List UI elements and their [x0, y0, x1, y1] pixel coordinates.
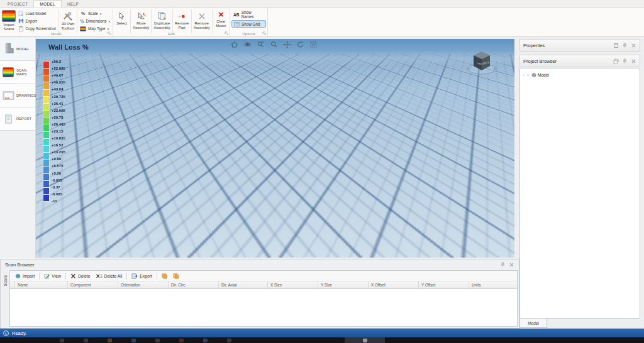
pin-icon[interactable] — [622, 58, 628, 64]
orbit-icon[interactable] — [243, 40, 252, 49]
column-dir-circ[interactable]: Dir. Circ. — [169, 281, 219, 288]
scans-side-tab[interactable]: Scans — [1, 270, 9, 328]
zoom-select-icon[interactable] — [256, 40, 265, 49]
sidebar-item-scan-maps[interactable]: SCAN MAPS — [0, 61, 35, 84]
delete-scan-button[interactable]: Delete — [68, 273, 93, 280]
copy-screenshot-icon — [18, 26, 24, 31]
sidebar-item-model[interactable]: MODEL — [0, 38, 35, 61]
close-icon[interactable] — [631, 43, 636, 48]
scan-table-header: Name Component Orientation Dir. Circ. Di… — [10, 281, 517, 289]
show-names-icon: AB — [233, 13, 240, 17]
export-icon — [18, 18, 24, 24]
show-names-button[interactable]: ABShow Names — [231, 11, 266, 18]
chevron-down-icon: ▾ — [108, 19, 110, 23]
show-grid-button[interactable]: Show Grid — [231, 20, 266, 28]
legend-tick-label: +6.575 — [52, 163, 65, 170]
remove-assembly-icon — [197, 12, 206, 21]
column-dir-axial[interactable]: Dir. Axial — [219, 281, 268, 288]
pan-icon[interactable] — [282, 40, 292, 49]
project-browser-panel-header[interactable]: Project Browser — [519, 55, 640, 67]
column-y-offset[interactable]: Y Offset — [419, 281, 469, 288]
part-toolbox-button[interactable]: 3D Part Toolbox — [60, 9, 76, 32]
taskbar-icon[interactable] — [60, 339, 64, 342]
scale-dropdown[interactable]: %Scale▾ — [79, 10, 111, 17]
zoom-icon[interactable] — [269, 40, 279, 49]
viewport-toolbar — [230, 40, 318, 49]
load-model-button[interactable]: Load Model — [17, 10, 57, 17]
import-scans-label: Import Scans — [1, 23, 17, 31]
taskbar-icon[interactable] — [227, 339, 231, 342]
os-taskbar — [0, 337, 644, 343]
remove-part-button[interactable]: Remove Part — [174, 9, 190, 32]
report-icon — [2, 111, 14, 126]
dialog-launcher-icon[interactable] — [225, 31, 229, 36]
clear-model-button[interactable]: × Clear Model — [214, 9, 228, 32]
column-name[interactable]: Name — [15, 281, 68, 288]
rotate-view-icon[interactable] — [296, 40, 305, 49]
column-units[interactable]: Units — [469, 281, 517, 288]
viewport-3d[interactable]: Wall Loss % +56.3+52.985+49.67+46.355+43… — [36, 39, 514, 258]
import-globe-icon — [15, 273, 21, 279]
legend-tick-label: +43.04 — [52, 86, 65, 93]
import-scan-button[interactable]: Import — [13, 273, 37, 280]
export-label: Export — [26, 19, 37, 23]
dimensions-icon: ¼ — [80, 19, 84, 23]
dimensions-dropdown[interactable]: ¼Dimensions▾ — [79, 18, 111, 24]
project-browser-tree: Model — [519, 68, 640, 318]
sidebar-item-drawings[interactable]: DRAWINGS — [0, 84, 35, 107]
scan-browser-body: Import View Delete Delete All Export Nam… — [9, 270, 518, 327]
zoom-fit-icon[interactable] — [309, 40, 318, 49]
chevron-down-icon: ▾ — [108, 27, 109, 31]
delete-all-button[interactable]: Delete All — [93, 273, 125, 280]
dialog-launcher-icon[interactable] — [262, 31, 267, 36]
float-window-icon[interactable] — [613, 43, 619, 48]
move-assembly-button[interactable]: Move Assembly — [132, 9, 150, 32]
pin-icon[interactable] — [622, 43, 628, 48]
taskbar-icon[interactable] — [108, 339, 112, 342]
separator — [191, 9, 192, 33]
scan-browser-toolbar: Import View Delete Delete All Export — [10, 271, 517, 281]
import-scans-button[interactable]: Import Scans — [1, 9, 17, 32]
dialog-launcher-icon[interactable] — [108, 31, 112, 36]
close-icon[interactable] — [509, 262, 514, 268]
tree-item-model[interactable]: Model — [520, 68, 640, 77]
column-x-size[interactable]: X Size — [268, 281, 318, 288]
remove-assembly-button[interactable]: Remove Assembly — [193, 9, 211, 32]
delete-x-icon — [70, 273, 76, 279]
windows-icon[interactable] — [613, 58, 619, 64]
legend-color-segment — [43, 195, 49, 201]
taskbar-icon[interactable] — [179, 339, 184, 342]
view-scan-button[interactable]: View — [42, 273, 64, 280]
export-scan-button[interactable]: Export — [129, 273, 155, 280]
project-browser-bottom-tab[interactable]: Model — [519, 319, 547, 328]
scan-browser-panel: Scan Browser Scans Import View Delete De… — [0, 259, 519, 329]
close-icon[interactable] — [631, 58, 636, 64]
map-type-dropdown[interactable]: Map Type▾ — [79, 25, 111, 32]
taskbar-active-app[interactable] — [345, 337, 385, 343]
legend-tick-label: +39.725 — [52, 93, 65, 100]
duplicate-assembly-button[interactable]: Duplicate Assembly — [153, 9, 170, 32]
column-x-offset[interactable]: X Offset — [369, 281, 419, 288]
sidebar-item-report[interactable]: REPORT — [0, 107, 35, 131]
navigation-cube[interactable]: RIGHT BACK — [465, 48, 498, 79]
column-component[interactable]: Component — [68, 281, 118, 288]
select-button[interactable]: Select — [114, 9, 129, 32]
tab-help[interactable]: HELP — [62, 0, 84, 8]
copy-scan-button[interactable] — [159, 273, 170, 280]
copy-screenshot-button[interactable]: Copy Screenshot — [17, 25, 57, 32]
properties-panel-header[interactable]: Properties — [519, 39, 640, 52]
tab-project[interactable]: PROJECT — [2, 0, 33, 8]
pin-icon[interactable] — [500, 262, 506, 268]
home-view-icon[interactable] — [230, 40, 239, 49]
export-button[interactable]: Export — [17, 18, 57, 24]
paste-scan-button[interactable] — [170, 273, 182, 280]
taskbar-icon[interactable] — [84, 339, 88, 342]
column-orientation[interactable]: Orientation — [118, 281, 169, 288]
taskbar-icon[interactable] — [155, 339, 160, 342]
scan-browser-header[interactable]: Scan Browser — [1, 259, 519, 270]
separator — [77, 9, 77, 33]
taskbar-icon[interactable] — [131, 339, 136, 342]
tab-model[interactable]: MODEL — [33, 0, 62, 8]
taskbar-icon[interactable] — [203, 339, 208, 342]
column-y-size[interactable]: Y Size — [318, 281, 369, 288]
